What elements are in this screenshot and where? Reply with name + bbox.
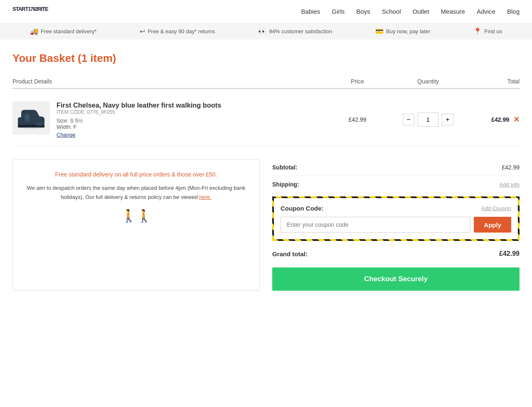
info-pay-later: 💳 Buy now, pay later: [375, 27, 430, 35]
satisfaction-icon: 👀: [258, 27, 266, 35]
delivery-box: Free standard delivery on all full price…: [12, 159, 260, 291]
subtotal-label: Subtotal:: [272, 164, 298, 171]
quantity-input[interactable]: [418, 113, 438, 127]
product-name: First Chelsea, Navy blue leather first w…: [57, 101, 221, 109]
grand-total-label: Grand total:: [272, 250, 308, 257]
info-returns: ↩ Free & easy 90 day* returns: [140, 27, 215, 35]
find-us-icon: 📍: [473, 27, 482, 35]
returns-icon: ↩: [140, 27, 145, 35]
header: START1792RITE Babies Girls Boys School O…: [0, 0, 532, 23]
product-total-value: £42.99: [491, 116, 509, 123]
delivery-highlight: Free standard delivery on all full price…: [23, 171, 249, 178]
change-link[interactable]: Change: [57, 132, 76, 138]
main-nav: Babies Girls Boys School Outlet Measure …: [301, 8, 520, 15]
logo-text-start: START: [12, 6, 28, 12]
order-summary: Subtotal: £42.99 Shipping: Add Info Coup…: [272, 159, 520, 291]
coupon-code-input[interactable]: [281, 217, 470, 233]
product-info: First Chelsea, Navy blue leather first w…: [12, 101, 328, 138]
shipping-row: Shipping: Add Info: [272, 176, 520, 193]
nav-measure[interactable]: Measure: [441, 8, 465, 15]
info-delivery: 🚚 Free standard delivery*: [30, 27, 96, 35]
logo[interactable]: START1792RITE: [12, 5, 48, 18]
info-satisfaction: 👀 94% customer satisfaction: [258, 27, 332, 35]
apply-coupon-button[interactable]: Apply: [474, 217, 511, 233]
logo-year: 1792: [28, 6, 37, 12]
size-value: S 5½: [70, 118, 83, 124]
size-info: Size: S 5½: [57, 118, 221, 124]
product-image: [12, 101, 50, 135]
delivery-text: We aim to despatch orders the same day w…: [23, 184, 249, 202]
remove-item-button[interactable]: ✕: [513, 115, 520, 124]
pay-later-icon: 💳: [375, 27, 384, 35]
nav-babies[interactable]: Babies: [301, 8, 320, 15]
checkout-button[interactable]: Checkout Securely: [272, 267, 520, 291]
product-details-text: First Chelsea, Navy blue leather first w…: [57, 101, 221, 138]
col-header-product: Product Details: [12, 78, 328, 85]
subtotal-row: Subtotal: £42.99: [272, 159, 520, 176]
svg-point-1: [25, 113, 30, 121]
quantity-decrease-button[interactable]: −: [403, 114, 414, 125]
grand-total-value: £42.99: [499, 250, 520, 257]
product-total: £42.99 ✕: [470, 115, 520, 124]
basket-title: Your Basket (1 item): [12, 52, 520, 65]
item-code: ITEM CODE: 0776_9F055: [57, 109, 221, 115]
width-value: F: [73, 124, 76, 130]
width-label: Width:: [57, 124, 72, 130]
col-header-price: Price: [328, 78, 387, 85]
grand-total-row: Grand total: £42.99: [272, 244, 520, 263]
subtotal-value: £42.99: [502, 164, 520, 171]
coupon-box: Coupon Code: Add Coupon Apply: [272, 196, 520, 241]
product-price: £42.99: [328, 116, 387, 123]
nav-boys[interactable]: Boys: [356, 8, 370, 15]
col-header-quantity: Quantity: [387, 78, 470, 85]
nav-school[interactable]: School: [382, 8, 401, 15]
info-pay-later-text: Buy now, pay later: [386, 28, 430, 34]
quantity-increase-button[interactable]: +: [442, 114, 453, 125]
coupon-header: Coupon Code: Add Coupon: [281, 205, 511, 212]
info-satisfaction-text: 94% customer satisfaction: [269, 28, 332, 34]
logo-text-end: RITE: [37, 6, 48, 12]
shipping-label: Shipping:: [272, 181, 299, 188]
add-coupon-link[interactable]: Add Coupon: [481, 205, 511, 211]
info-delivery-text: Free standard delivery*: [41, 28, 96, 34]
coupon-input-row: Apply: [281, 217, 511, 233]
delivery-icon: 🚚: [30, 27, 38, 35]
nav-outlet[interactable]: Outlet: [413, 8, 429, 15]
table-header: Product Details Price Quantity Total: [12, 75, 520, 89]
info-find-us-text: Find us: [484, 28, 502, 34]
nav-advice[interactable]: Advice: [477, 8, 495, 15]
walking-figures-icon: 🚶🚶: [23, 208, 249, 223]
width-info: Width: F: [57, 124, 221, 130]
coupon-label: Coupon Code:: [281, 205, 323, 212]
size-label: Size:: [57, 118, 69, 124]
col-header-total: Total: [470, 78, 520, 85]
svg-point-3: [35, 122, 43, 126]
boot-svg: [15, 105, 48, 132]
main-content: Your Basket (1 item) Product Details Pri…: [4, 39, 528, 303]
quantity-control: − +: [387, 113, 470, 127]
add-info-link[interactable]: Add Info: [500, 181, 520, 188]
info-returns-text: Free & easy 90 day* returns: [148, 28, 215, 34]
info-bar: 🚚 Free standard delivery* ↩ Free & easy …: [0, 23, 532, 39]
delivery-here-link[interactable]: here.: [199, 194, 212, 200]
info-find-us: 📍 Find us: [473, 27, 502, 35]
bottom-section: Free standard delivery on all full price…: [12, 159, 520, 291]
nav-blog[interactable]: Blog: [507, 8, 520, 15]
nav-girls[interactable]: Girls: [332, 8, 345, 15]
product-row: First Chelsea, Navy blue leather first w…: [12, 93, 520, 147]
